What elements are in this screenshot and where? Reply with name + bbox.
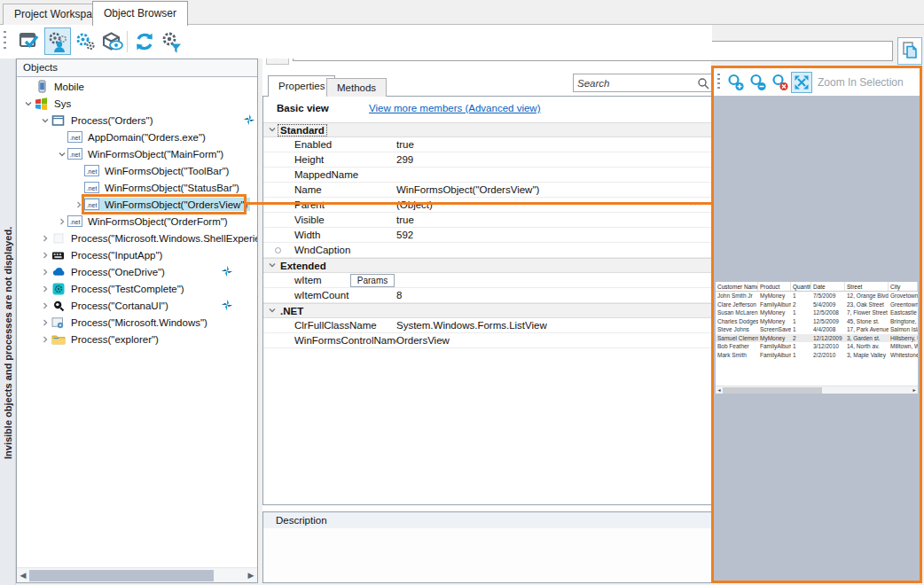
- property-row-clrfullclassname[interactable]: ClrFullClassNameSystem.Windows.Forms.Lis…: [263, 318, 711, 333]
- property-row-winformscontrolname[interactable]: WinFormsControlNameOrdersView: [263, 333, 711, 348]
- object-visibility-icon[interactable]: [99, 27, 126, 55]
- property-row-name[interactable]: NameWinFormsObject("OrdersView"): [263, 183, 711, 198]
- tree-item-process-testcomplete[interactable]: Process("TestComplete"): [17, 280, 257, 297]
- scroll-right-arrow-icon[interactable]: ▶: [246, 570, 256, 581]
- tree-item-label: Process("explorer"): [68, 333, 161, 346]
- cloud-icon: [51, 265, 66, 278]
- preview-cell: MyMoney: [758, 308, 791, 317]
- zoom-panel-toolbar: Zoom In Selection: [714, 68, 920, 96]
- search-icon: [697, 77, 709, 90]
- preview-cell: Quantity: [791, 282, 811, 291]
- preview-cell: John Smith Jr: [716, 292, 758, 300]
- window-check-icon[interactable]: [17, 27, 43, 55]
- object-spy-icon[interactable]: [44, 27, 71, 55]
- tree-collapsed-chevron-icon[interactable]: [39, 316, 51, 328]
- tree-item-process-explorer[interactable]: Process("explorer"): [17, 331, 257, 347]
- property-value: (Object): [396, 199, 433, 210]
- property-row-parent[interactable]: Parent(Object)···: [263, 198, 711, 213]
- tree-item-process-microsoft-windows[interactable]: Process("Microsoft.Windows"): [17, 314, 257, 331]
- tree-collapsed-chevron-icon[interactable]: [39, 283, 51, 294]
- property-row-height[interactable]: Height299: [263, 152, 711, 168]
- invisible-objects-note: Invisible objects and processes are not …: [3, 140, 16, 459]
- tree-item-appdomain-orders-exe[interactable]: .netAppDomain("Orders.exe"): [17, 129, 257, 145]
- advanced-view-link[interactable]: View more members (Advanced view): [369, 103, 540, 113]
- tree-item-label: Process("Microsoft.Windows"): [68, 316, 210, 329]
- tree-item-sys[interactable]: Sys: [17, 95, 257, 112]
- objects-panel-header: Objects: [17, 59, 257, 77]
- preview-scrollbar-thumb: [723, 387, 822, 394]
- zoom-out-icon[interactable]: [747, 72, 768, 93]
- search-input[interactable]: [577, 75, 696, 90]
- preview-cell: Clare Jefferson: [716, 300, 758, 309]
- zoom-toolbar-grip[interactable]: [717, 74, 720, 91]
- group-expanded-chevron-icon[interactable]: [268, 261, 278, 271]
- preview-cell: 1: [791, 308, 811, 317]
- tree-collapsed-chevron-icon[interactable]: [39, 333, 51, 345]
- tree-item-winformsobject-toolbar[interactable]: .netWinFormsObject("ToolBar"): [17, 162, 257, 179]
- tree-collapsed-chevron-icon[interactable]: [56, 215, 67, 227]
- tree-item-mobile[interactable]: Mobile: [17, 78, 257, 95]
- preview-cell: 7, Flower Street: [845, 308, 889, 317]
- windows-icon: [34, 97, 49, 110]
- tree-item-winformsobject-mainform[interactable]: .netWinFormsObject("MainForm"): [17, 145, 257, 162]
- toolbar-grip[interactable]: [4, 31, 6, 52]
- property-row-witemcount[interactable]: wItemCount8: [263, 288, 711, 303]
- property-row-mappedname[interactable]: MappedName: [263, 168, 711, 183]
- preview-cell: 12, Orange Blvd: [845, 292, 889, 300]
- property-row-witem[interactable]: wItemParams: [263, 273, 711, 288]
- preview-header-row: Customer NameProductQuantityDateStreetCi…: [716, 282, 918, 292]
- preview-scroll-right-icon: ▸: [911, 386, 918, 394]
- tree-collapsed-chevron-icon[interactable]: [39, 266, 51, 277]
- tree-collapsed-chevron-icon[interactable]: [39, 300, 51, 311]
- object-preview-image: Customer NameProductQuantityDateStreetCi…: [716, 282, 918, 394]
- preview-cell: FamilyAlbum: [758, 342, 791, 351]
- zoom-cancel-icon[interactable]: [769, 72, 790, 93]
- tree-expanded-chevron-icon[interactable]: [56, 148, 67, 160]
- tree-expanded-chevron-icon[interactable]: [22, 98, 34, 109]
- tab-methods[interactable]: Methods: [326, 78, 387, 97]
- property-row-visible[interactable]: Visibletrue: [263, 213, 711, 228]
- tree-scrollbar-thumb[interactable]: [29, 570, 214, 581]
- property-group-net[interactable]: .NET: [263, 303, 711, 318]
- property-value: OrdersView: [396, 335, 450, 346]
- tree-item-winformsobject-orderform[interactable]: .netWinFormsObject("OrderForm"): [17, 213, 257, 230]
- tree-item-process-inputapp[interactable]: Process("InputApp"): [17, 246, 257, 263]
- params-button[interactable]: Params: [350, 274, 395, 287]
- view-mode-row: Basic view View more members (Advanced v…: [263, 97, 711, 122]
- tree-collapsed-chevron-icon[interactable]: [39, 232, 51, 244]
- tree-item-process-cortanaui[interactable]: Process("CortanaUI"): [17, 297, 257, 314]
- share-badge-icon: [221, 299, 234, 312]
- property-group-standard[interactable]: Standard: [263, 122, 711, 137]
- property-row-wndcaption[interactable]: WndCaption: [263, 243, 711, 258]
- fit-selection-icon[interactable]: [791, 72, 812, 93]
- tree-item-label: Process("TestComplete"): [68, 283, 187, 295]
- copy-button[interactable]: [897, 37, 922, 65]
- preview-cell: FamilyAlbum: [758, 351, 791, 360]
- tree-item-process-microsoft-windows-shellexperience[interactable]: Process("Microsoft.Windows.ShellExperien…: [17, 230, 257, 246]
- tree-item-label: Process("InputApp"): [68, 249, 165, 261]
- tree-expanded-chevron-icon[interactable]: [39, 114, 51, 126]
- tree-item-process-onedrive[interactable]: Process("OneDrive"): [17, 263, 257, 280]
- tree-horizontal-scrollbar[interactable]: ◀ ▶: [17, 567, 257, 582]
- preview-cell: City: [889, 282, 918, 291]
- services-gears-icon[interactable]: [72, 27, 98, 55]
- group-expanded-chevron-icon[interactable]: [268, 306, 278, 316]
- tree-collapsed-chevron-icon[interactable]: [39, 249, 51, 261]
- tab-properties[interactable]: Properties: [268, 75, 335, 97]
- property-row-enabled[interactable]: Enabledtrue: [263, 137, 711, 152]
- preview-cell: Street: [845, 282, 889, 291]
- refresh-icon[interactable]: [131, 27, 158, 55]
- property-row-width[interactable]: Width592: [263, 228, 711, 243]
- preview-cell: 3, Garden st.: [845, 334, 889, 343]
- svg-text:.net: .net: [70, 152, 81, 158]
- filter-gear-icon[interactable]: [158, 27, 184, 55]
- zoom-in-icon[interactable]: [724, 72, 746, 93]
- tree-item-process-orders[interactable]: Process("Orders"): [17, 112, 257, 129]
- property-group-extended[interactable]: Extended: [263, 258, 711, 273]
- basic-view-label: Basic view: [277, 103, 329, 113]
- tab-object-browser[interactable]: Object Browser: [92, 1, 188, 26]
- description-header: Description: [262, 511, 712, 529]
- group-expanded-chevron-icon[interactable]: [268, 125, 278, 136]
- scroll-left-arrow-icon[interactable]: ◀: [18, 570, 28, 581]
- preview-cell: Milltown, WI: [889, 342, 918, 351]
